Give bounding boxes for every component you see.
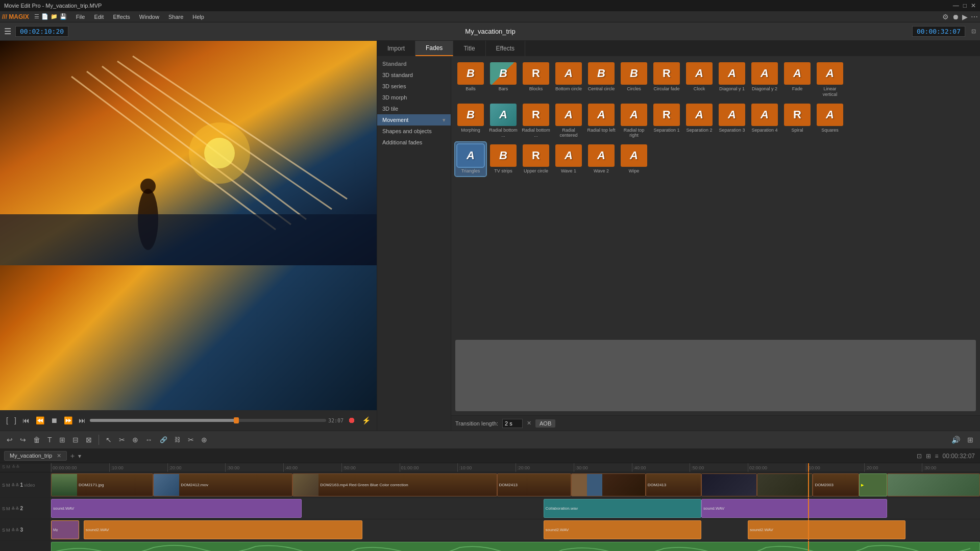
audio-sound-wav-1[interactable]: sound.WAV — [51, 499, 302, 518]
effect-central-circle[interactable]: B Central circle — [586, 60, 617, 99]
effect-diagonal-y1[interactable]: A Diagonal y 1 — [717, 60, 747, 99]
add-tool[interactable]: ⊕ — [130, 434, 141, 445]
minimize-button[interactable]: — — [953, 2, 959, 9]
menu-file[interactable]: File — [72, 13, 89, 21]
category-3d-standard[interactable]: 3D standard — [377, 69, 451, 81]
cut-tool[interactable]: ✂ — [116, 434, 128, 445]
add-timeline-button[interactable]: ＋ — [69, 452, 76, 461]
effect-radial-top-right[interactable]: A Radial top right — [619, 102, 649, 141]
clip-dom2163[interactable]: DOM2163.mp4 Red Green Blue Color correct… — [292, 473, 497, 496]
category-3d-morph[interactable]: 3D morph — [377, 92, 451, 103]
clip-dark1[interactable] — [701, 473, 757, 496]
track-s-3[interactable]: S — [2, 528, 5, 533]
timeline-tab[interactable]: My_vacation_trip ✕ — [4, 451, 67, 461]
transition-length-input[interactable] — [502, 419, 523, 428]
timeline-tab-close[interactable]: ✕ — [57, 453, 61, 459]
effect-bottom-circle[interactable]: A Bottom circle — [553, 60, 584, 99]
volume-button[interactable]: 🔊 — [949, 434, 963, 445]
effect-separation3[interactable]: A Separation 3 — [717, 102, 747, 141]
lightning-button[interactable]: ⚡ — [360, 415, 373, 425]
fullscreen-button[interactable]: ⊡ — [971, 28, 976, 35]
record-button[interactable]: ⏺ — [346, 415, 358, 426]
mark-in-button[interactable]: [ — [4, 415, 10, 425]
effect-separation2[interactable]: A Separation 2 — [684, 102, 715, 141]
text-button[interactable]: T — [45, 434, 55, 445]
select-tool[interactable]: ↖ — [103, 434, 114, 445]
fit-view-button[interactable]: ⊡ — [916, 452, 923, 461]
menu-window[interactable]: Window — [135, 13, 163, 21]
playhead[interactable] — [808, 463, 809, 472]
category-movement[interactable]: Movement ▾ — [377, 114, 451, 126]
clip-dom2171[interactable]: DOM2171.jpg — [51, 473, 153, 496]
effect-bars[interactable]: B Bars — [488, 60, 519, 99]
category-additional[interactable]: Additional fades — [377, 137, 451, 148]
effect-separation4[interactable]: A Separation 4 — [749, 102, 780, 141]
effect-upper-circle[interactable]: R Upper circle — [521, 142, 551, 176]
clip-dom2412[interactable]: DOM2412.mov — [153, 473, 292, 496]
timeline-dropdown[interactable]: ▾ — [78, 453, 81, 460]
tab-import[interactable]: Import — [377, 41, 415, 56]
icon-settings[interactable]: ⚙ — [942, 13, 949, 21]
effect-blocks[interactable]: R Blocks — [521, 60, 551, 99]
audio-sound-wav-2[interactable]: sound.WAV — [701, 499, 887, 518]
grid-view-button[interactable]: ⊞ — [965, 434, 976, 445]
timeline-ruler[interactable]: 00:00:00:00 :10:00 :20:00 :30:00 :40:00 … — [51, 463, 980, 472]
track-m-3[interactable]: M — [6, 528, 10, 533]
link-tool[interactable]: 🔗 — [157, 435, 170, 445]
unlink-tool[interactable]: ⛓ — [172, 435, 183, 445]
effect-tv-strips[interactable]: B TV strips — [488, 142, 519, 176]
grid-button[interactable]: ⊞ — [925, 452, 932, 461]
effect-circular-fade[interactable]: R Circular fade — [651, 60, 682, 99]
effect-radial-bottom-left[interactable]: A Radial bottom ... — [488, 102, 519, 141]
tab-fades[interactable]: Fades — [415, 41, 453, 56]
effect-separation1[interactable]: R Separation 1 — [651, 102, 682, 141]
hamburger-menu[interactable]: ☰ — [4, 27, 11, 36]
track-content-2[interactable]: sound.WAV Collaboration.wav sound.WAV — [51, 498, 980, 519]
menu-help[interactable]: Help — [188, 13, 208, 21]
track-content-1[interactable]: DOM2171.jpg DOM2412.mov DOM2163.mp4 Red … — [51, 472, 980, 497]
snap-button[interactable]: ⊞ — [57, 434, 68, 445]
icon-save[interactable]: 💾 — [60, 13, 67, 20]
menu-share[interactable]: Share — [164, 13, 187, 21]
effect-balls[interactable]: B Balls — [455, 60, 486, 99]
effect-wave1[interactable]: A Wave 1 — [553, 142, 584, 176]
stop-button[interactable]: ⏹ — [48, 415, 60, 425]
effect-radial-top-left[interactable]: A Radial top left — [586, 102, 617, 141]
menu-edit[interactable]: Edit — [90, 13, 108, 21]
prev-button[interactable]: ⏪ — [34, 415, 46, 425]
mark-out-button[interactable]: ] — [12, 415, 18, 425]
effect-diagonal-y2[interactable]: A Diagonal y 2 — [749, 60, 780, 99]
list-button[interactable]: ≡ — [934, 452, 940, 461]
progress-bar[interactable] — [90, 419, 326, 422]
audio-song-wav[interactable]: song.WAV — [51, 542, 980, 551]
redo-button[interactable]: ↪ — [17, 434, 29, 445]
tab-title[interactable]: Title — [453, 41, 485, 56]
clip-dom2413-1[interactable]: DOM2413 — [497, 473, 572, 496]
close-button[interactable]: ✕ — [971, 2, 976, 9]
effect-radial-bottom-right[interactable]: R Radial bottom ... — [521, 102, 551, 141]
effect-wave2[interactable]: A Wave 2 — [586, 142, 617, 176]
clip-dom2003-2[interactable] — [887, 473, 980, 496]
icon-export[interactable]: ▶ — [962, 13, 968, 21]
effect-clock[interactable]: A Clock — [684, 60, 715, 99]
category-3d-tile[interactable]: 3D tile — [377, 103, 451, 114]
audio-sound2-wav-3[interactable]: sound2.WAV — [748, 520, 905, 539]
clip-dom2003[interactable]: DOM2003 — [813, 473, 859, 496]
trim-button[interactable]: ⊟ — [70, 434, 81, 445]
add-tool2[interactable]: ⊕ — [199, 434, 210, 445]
prev-frame-button[interactable]: ⏮ — [20, 415, 32, 425]
effect-fade[interactable]: A Fade — [782, 60, 813, 99]
clip-yellow[interactable]: ▶ — [859, 473, 887, 496]
audio-my-clip[interactable]: My_ — [51, 520, 79, 539]
menu-effects[interactable]: Effects — [109, 13, 134, 21]
effect-squares[interactable]: A Squares — [815, 102, 845, 141]
next-button[interactable]: ⏩ — [62, 415, 75, 425]
category-shapes[interactable]: Shapes and objects — [377, 126, 451, 137]
track-s-2[interactable]: S — [2, 506, 5, 511]
track-arrows-2[interactable]: ≛≛ — [11, 506, 19, 511]
effect-triangles[interactable]: A Triangles — [455, 142, 486, 176]
effect-wipe[interactable]: A Wipe — [619, 142, 649, 176]
icon-more[interactable]: ⋯ — [971, 13, 978, 21]
move-tool[interactable]: ↔ — [143, 434, 155, 445]
audio-sound2-wav-2[interactable]: sound2.WAV — [544, 520, 701, 539]
